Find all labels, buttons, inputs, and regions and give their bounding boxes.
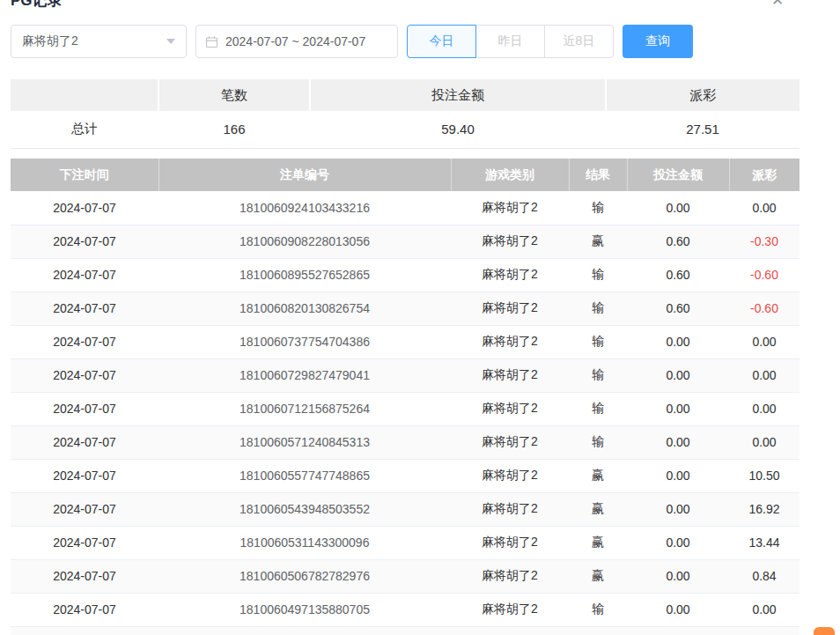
cell-bet-id: 1810060729827479041 <box>158 358 451 392</box>
cell-bet-amount: 0.60 <box>627 225 729 258</box>
cell-result <box>569 626 627 635</box>
cell-bet-time: 2024-07-07 <box>11 191 158 225</box>
cell-bet-id: 1810060531143300096 <box>158 526 451 559</box>
cell-payout: -0.60 <box>729 258 799 292</box>
cell-payout <box>729 626 799 635</box>
cell-bet-amount: 0.00 <box>627 593 729 626</box>
cell-bet-id: 1810060820130826754 <box>158 292 451 325</box>
cell-result: 输 <box>569 258 627 292</box>
cell-bet-id: 1810060557747748865 <box>158 459 451 492</box>
cell-bet-amount: 0.00 <box>627 492 729 526</box>
table-row: 2024-07-07 1810060557747748865 麻将胡了2 赢 0… <box>11 459 799 492</box>
cell-bet-id: 1810060571240845313 <box>158 425 451 459</box>
table-row: 2024-07-07 1810060531143300096 麻将胡了2 赢 0… <box>11 526 799 559</box>
cell-payout: 0.00 <box>729 358 799 392</box>
game-select[interactable]: 麻将胡了2 <box>11 25 187 58</box>
cell-bet-time: 2024-07-07 <box>11 325 158 358</box>
date-range-input[interactable]: 2024-07-07 ~ 2024-07-07 <box>195 25 398 58</box>
cell-bet-amount: 0.00 <box>627 358 729 392</box>
cell-game-type: 麻将胡了2 <box>451 492 569 526</box>
customer-service-button[interactable] <box>814 627 835 635</box>
cell-bet-time: 2024-07-07 <box>11 492 158 526</box>
cell-bet-id: 1810060506782782976 <box>158 559 451 593</box>
cell-result: 赢 <box>569 526 627 559</box>
cell-bet-id: 1810060712156875264 <box>158 392 451 425</box>
table-row: 2024-07-07 1810060729827479041 麻将胡了2 输 0… <box>11 358 799 392</box>
cell-bet-time: 2024-07-07 <box>11 526 158 559</box>
cell-game-type: 麻将胡了2 <box>451 559 569 593</box>
cell-game-type: 麻将胡了2 <box>451 191 569 225</box>
cell-bet-amount: 0.00 <box>627 526 729 559</box>
cell-bet-time: 2024-07-07 <box>11 459 158 492</box>
table-row: 2024-07-07 1810060895527652865 麻将胡了2 输 0… <box>11 258 799 292</box>
summary-count-value: 166 <box>158 111 310 148</box>
cell-bet-time: 2024-07-07 <box>11 593 158 626</box>
cell-bet-amount: 0.00 <box>627 459 729 492</box>
col-game-type: 游戏类别 <box>451 159 569 191</box>
cell-result: 输 <box>569 425 627 459</box>
cell-game-type: 麻将胡了2 <box>451 593 569 626</box>
game-select-value: 麻将胡了2 <box>22 33 166 49</box>
summary-total-label: 总计 <box>11 111 158 148</box>
cell-result: 输 <box>569 392 627 425</box>
cell-result: 赢 <box>569 492 627 526</box>
summary-col-blank <box>11 79 158 111</box>
table-row: 2024-07-07 1810060924103433216 麻将胡了2 输 0… <box>11 191 799 225</box>
cell-game-type: 麻将胡了2 <box>451 258 569 292</box>
col-bet-time: 下注时间 <box>11 159 158 191</box>
cell-payout: 13.44 <box>729 526 799 559</box>
calendar-icon <box>205 35 218 48</box>
cell-bet-time: 2024-07-07 <box>11 392 158 425</box>
cell-bet-amount: 0.00 <box>627 325 729 358</box>
search-button[interactable]: 查询 <box>623 25 693 58</box>
cell-payout: 0.00 <box>729 593 799 626</box>
table-row: 2024-07-07 1810060712156875264 麻将胡了2 输 0… <box>11 392 799 425</box>
summary-col-bet-amount: 投注金额 <box>310 79 606 111</box>
cell-game-type <box>451 626 569 635</box>
col-bet-id: 注单编号 <box>158 159 451 191</box>
filter-bar: 麻将胡了2 2024-07-07 ~ 2024-07-07 今日 昨日 近8日 … <box>11 25 693 58</box>
page-header: PG记录 <box>11 0 63 9</box>
quick-button-today[interactable]: 今日 <box>407 25 476 58</box>
cell-result: 赢 <box>569 225 627 258</box>
bet-table-body: 2024-07-07 1810060924103433216 麻将胡了2 输 0… <box>11 191 799 635</box>
summary-payout-value: 27.51 <box>606 111 799 148</box>
cell-result: 赢 <box>569 559 627 593</box>
cell-bet-id: 1810060543948503552 <box>158 492 451 526</box>
cell-game-type: 麻将胡了2 <box>451 392 569 425</box>
table-row: 2024-07-07 1810060737754704386 麻将胡了2 输 0… <box>11 325 799 358</box>
table-row: 2024-07-07 1810060506782782976 麻将胡了2 赢 0… <box>11 559 799 593</box>
cell-bet-amount: 0.00 <box>627 559 729 593</box>
cell-payout: 16.92 <box>729 492 799 526</box>
cell-payout: 0.00 <box>729 392 799 425</box>
cell-payout: 0.00 <box>729 425 799 459</box>
cell-bet-amount: 0.00 <box>627 392 729 425</box>
cell-bet-id: 1810060924103433216 <box>158 191 451 225</box>
cell-game-type: 麻将胡了2 <box>451 425 569 459</box>
cell-game-type: 麻将胡了2 <box>451 459 569 492</box>
close-button[interactable]: ✕ <box>771 0 784 8</box>
col-payout: 派彩 <box>729 159 799 191</box>
cell-game-type: 麻将胡了2 <box>451 358 569 392</box>
summary-col-payout: 派彩 <box>606 79 799 111</box>
cell-bet-amount: 0.00 <box>627 191 729 225</box>
quick-button-yesterday[interactable]: 昨日 <box>475 25 545 58</box>
cell-game-type: 麻将胡了2 <box>451 526 569 559</box>
quick-button-last8days[interactable]: 近8日 <box>544 25 614 58</box>
table-row: 2024-07-07 1810060497135880705 麻将胡了2 输 0… <box>11 593 799 626</box>
cell-game-type: 麻将胡了2 <box>451 325 569 358</box>
cell-bet-time: 2024-07-07 <box>11 425 158 459</box>
summary-col-count: 笔数 <box>158 79 310 111</box>
summary-table: 笔数 投注金额 派彩 总计 166 59.40 27.51 <box>11 79 799 149</box>
cell-bet-amount: 0.60 <box>627 258 729 292</box>
cell-bet-time: 2024-07-07 <box>11 225 158 258</box>
col-bet-amount: 投注金额 <box>627 159 729 191</box>
cell-result: 输 <box>569 358 627 392</box>
table-row: 2024-07-07 1810060820130826754 麻将胡了2 输 0… <box>11 292 799 325</box>
cell-bet-time: 2024-07-07 <box>11 559 158 593</box>
summary-row: 总计 166 59.40 27.51 <box>11 111 799 148</box>
cell-result: 赢 <box>569 459 627 492</box>
close-icon[interactable]: ✕ <box>771 0 784 8</box>
table-row: 2024-07-07 1810060543948503552 麻将胡了2 赢 0… <box>11 492 799 526</box>
cell-payout: -0.30 <box>729 225 799 258</box>
